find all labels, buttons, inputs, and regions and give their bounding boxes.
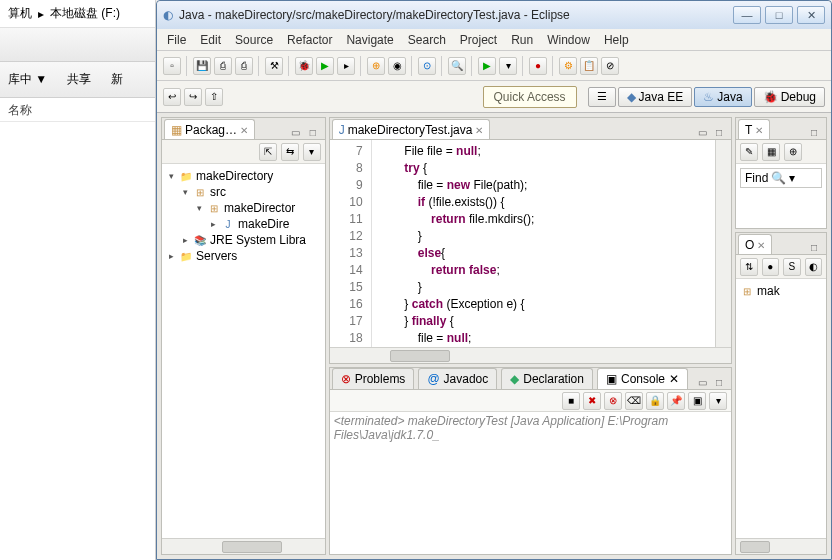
maximize-view-icon[interactable]: □ — [306, 125, 320, 139]
remove-launch-button[interactable]: ✖ — [583, 392, 601, 410]
new-class-button[interactable]: ◉ — [388, 57, 406, 75]
search-button[interactable]: 🔍 — [448, 57, 466, 75]
maximize-view-icon[interactable]: □ — [712, 125, 726, 139]
hide-fields-button[interactable]: ● — [762, 258, 780, 276]
new-package-button[interactable]: ⊕ — [367, 57, 385, 75]
open-task-button[interactable]: 📋 — [580, 57, 598, 75]
menu-refactor[interactable]: Refactor — [287, 33, 332, 47]
collapse-all-button[interactable]: ⇱ — [259, 143, 277, 161]
horizontal-scrollbar[interactable] — [162, 538, 325, 554]
maximize-view-icon[interactable]: □ — [712, 375, 726, 389]
debug-button[interactable]: 🐞 — [295, 57, 313, 75]
pin-console-button[interactable]: 📌 — [667, 392, 685, 410]
stop-button[interactable]: ● — [529, 57, 547, 75]
close-icon[interactable]: ✕ — [669, 372, 679, 386]
menu-edit[interactable]: Edit — [200, 33, 221, 47]
maximize-button[interactable]: □ — [765, 6, 793, 24]
tree-java-file[interactable]: ▸JmakeDire — [166, 216, 321, 232]
nav-up-button[interactable]: ⇧ — [205, 88, 223, 106]
menu-run[interactable]: Run — [511, 33, 533, 47]
coverage-button[interactable]: ▸ — [337, 57, 355, 75]
toggle-breakpoint-button[interactable]: ⊘ — [601, 57, 619, 75]
tab-declaration[interactable]: ◆Declaration — [501, 368, 593, 389]
open-type-button[interactable]: ⊙ — [418, 57, 436, 75]
nav-back-button[interactable]: ↩ — [163, 88, 181, 106]
remove-all-button[interactable]: ⊗ — [604, 392, 622, 410]
perspective-debug[interactable]: 🐞Debug — [754, 87, 825, 107]
print-button[interactable]: ⎙ — [235, 57, 253, 75]
hide-static-button[interactable]: S — [783, 258, 801, 276]
perspective-switcher[interactable]: ☰ — [588, 87, 616, 107]
perspective-java-ee[interactable]: ◆Java EE — [618, 87, 693, 107]
maximize-view-icon[interactable]: □ — [807, 240, 821, 254]
title-bar[interactable]: ◐ Java - makeDirectory/src/makeDirectory… — [157, 1, 831, 29]
run-config-button[interactable]: ▾ — [499, 57, 517, 75]
sort-button[interactable]: ⇅ — [740, 258, 758, 276]
breadcrumb-drive[interactable]: 本地磁盘 (F:) — [50, 5, 120, 22]
outline-tab[interactable]: O✕ — [738, 234, 772, 254]
tab-problems[interactable]: ⊗Problems — [332, 368, 415, 389]
close-icon[interactable]: ✕ — [240, 125, 248, 136]
menu-search[interactable]: Search — [408, 33, 446, 47]
explorer-breadcrumb[interactable]: 算机 ▸ 本地磁盘 (F:) — [0, 0, 155, 28]
explorer-file-list[interactable] — [0, 122, 155, 134]
package-tree[interactable]: ▾📁makeDirectory ▾⊞src ▾⊞makeDirector ▸Jm… — [162, 164, 325, 538]
minimize-view-icon[interactable]: ▭ — [695, 125, 709, 139]
cmd-library[interactable]: 库中 ▼ — [8, 71, 47, 88]
menu-source[interactable]: Source — [235, 33, 273, 47]
tree-servers[interactable]: ▸📁Servers — [166, 248, 321, 264]
display-console-button[interactable]: ▣ — [688, 392, 706, 410]
tree-project[interactable]: ▾📁makeDirectory — [166, 168, 321, 184]
link-editor-button[interactable]: ⇆ — [281, 143, 299, 161]
horizontal-scrollbar[interactable] — [330, 347, 731, 363]
package-explorer-tab[interactable]: ▦ Packag… ✕ — [164, 119, 255, 139]
save-button[interactable]: 💾 — [193, 57, 211, 75]
tree-src[interactable]: ▾⊞src — [166, 184, 321, 200]
menu-help[interactable]: Help — [604, 33, 629, 47]
scroll-lock-button[interactable]: 🔒 — [646, 392, 664, 410]
menu-file[interactable]: File — [167, 33, 186, 47]
minimize-view-icon[interactable]: ▭ — [289, 125, 303, 139]
close-icon[interactable]: ✕ — [475, 125, 483, 136]
run-last-button[interactable]: ▶ — [478, 57, 496, 75]
tab-javadoc[interactable]: @Javadoc — [418, 368, 497, 389]
cmd-share[interactable]: 共享 — [67, 71, 91, 88]
focus-button[interactable]: ⊕ — [784, 143, 802, 161]
menu-navigate[interactable]: Navigate — [346, 33, 393, 47]
vertical-scrollbar[interactable] — [715, 140, 731, 347]
close-icon[interactable]: ✕ — [757, 240, 765, 251]
close-icon[interactable]: ✕ — [755, 125, 763, 136]
menu-project[interactable]: Project — [460, 33, 497, 47]
minimize-button[interactable]: — — [733, 6, 761, 24]
outline-body[interactable]: ⊞mak — [736, 279, 826, 538]
ext-tools-button[interactable]: ⚙ — [559, 57, 577, 75]
tree-package[interactable]: ▾⊞makeDirector — [166, 200, 321, 216]
run-button[interactable]: ▶ — [316, 57, 334, 75]
horizontal-scrollbar[interactable] — [736, 538, 826, 554]
perspective-java[interactable]: ♨Java — [694, 87, 751, 107]
open-console-button[interactable]: ▾ — [709, 392, 727, 410]
categorize-button[interactable]: ▦ — [762, 143, 780, 161]
cmd-new[interactable]: 新 — [111, 71, 123, 88]
new-task-button[interactable]: ✎ — [740, 143, 758, 161]
save-all-button[interactable]: ⎙ — [214, 57, 232, 75]
explorer-column-header[interactable]: 名称 — [0, 98, 155, 122]
maximize-view-icon[interactable]: □ — [807, 125, 821, 139]
build-button[interactable]: ⚒ — [265, 57, 283, 75]
clear-console-button[interactable]: ⌫ — [625, 392, 643, 410]
close-button[interactable]: ✕ — [797, 6, 825, 24]
hide-nonpublic-button[interactable]: ◐ — [805, 258, 823, 276]
menu-window[interactable]: Window — [547, 33, 590, 47]
new-button[interactable]: ▫ — [163, 57, 181, 75]
nav-fwd-button[interactable]: ↪ — [184, 88, 202, 106]
outline-item[interactable]: ⊞mak — [740, 283, 822, 299]
minimize-view-icon[interactable]: ▭ — [695, 375, 709, 389]
find-input[interactable]: Find 🔍 ▾ — [740, 168, 822, 188]
code-content[interactable]: File file = null; try { file = new File(… — [372, 140, 715, 347]
view-menu-button[interactable]: ▾ — [303, 143, 321, 161]
task-body[interactable]: Find 🔍 ▾ — [736, 164, 826, 228]
tree-jre[interactable]: ▸📚JRE System Libra — [166, 232, 321, 248]
editor-tab[interactable]: J makeDirectoryTest.java ✕ — [332, 119, 491, 139]
console-output[interactable]: <terminated> makeDirectoryTest [Java App… — [330, 412, 731, 554]
editor-area[interactable]: 789101112131415161718 File file = null; … — [330, 140, 731, 347]
